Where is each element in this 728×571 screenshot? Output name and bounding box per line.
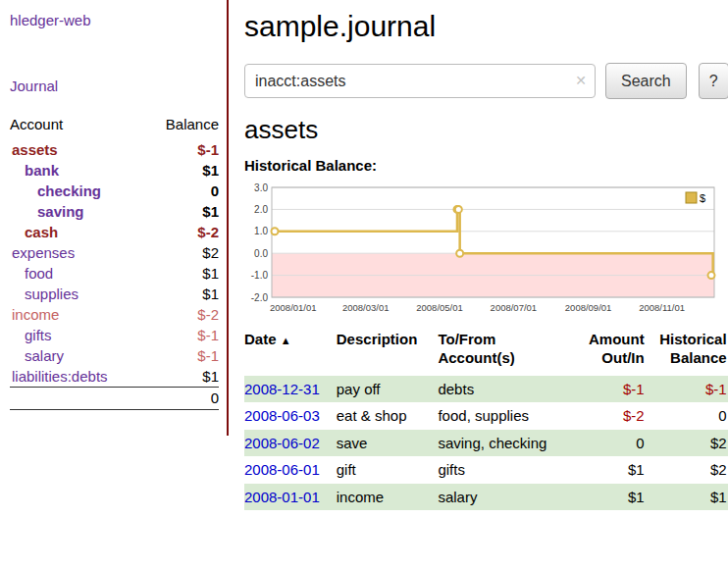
date-link[interactable]: 2008-01-01 [244, 489, 320, 505]
register-row[interactable]: 2008-06-03eat & shopfood, supplies$-20 [244, 402, 728, 430]
account-link[interactable]: assets [12, 141, 58, 158]
register-amount-cell: $1 [574, 484, 647, 511]
sidebar: hledger-web Journal Account Balance asse… [0, 0, 229, 436]
search-button[interactable]: Search [605, 63, 687, 99]
register-row[interactable]: 2008-12-31pay offdebts$-1$-1 [244, 376, 728, 403]
account-name-cell: salary [10, 345, 145, 366]
account-balance: $2 [145, 242, 219, 263]
register-row[interactable]: 2008-06-02savesaving, checking0$2 [244, 430, 728, 457]
accounts-total-row: 0 [10, 388, 219, 410]
historical-balance-column-header: Historical Balance [647, 329, 728, 376]
account-balance: 0 [145, 181, 219, 201]
account-balance: $1 [145, 284, 219, 304]
account-link[interactable]: bank [25, 162, 59, 179]
account-balance: $-2 [145, 304, 219, 325]
account-row: food$1 [10, 263, 219, 284]
clear-search-icon[interactable]: ✕ [575, 73, 587, 88]
register-balance-cell: $1 [647, 484, 728, 511]
account-row: supplies$1 [10, 284, 219, 304]
register-amount-cell: $1 [574, 456, 647, 484]
account-row: income$-2 [10, 304, 219, 325]
account-balance: $-1 [145, 325, 219, 345]
help-button[interactable]: ? [699, 63, 728, 99]
register-date-cell: 2008-06-02 [244, 430, 337, 457]
account-row: salary$-1 [10, 345, 219, 366]
svg-text:3.0: 3.0 [254, 182, 268, 193]
svg-text:1.0: 1.0 [254, 226, 268, 236]
register-balance-cell: $-1 [647, 376, 728, 403]
account-name-cell: saving [10, 201, 145, 222]
account-column-header: Account [10, 114, 145, 139]
register-table: Date ▲ Description To/From Account(s) Am… [244, 329, 728, 510]
account-link[interactable]: saving [37, 203, 84, 220]
amount-column-header: Amount Out/In [574, 329, 647, 376]
svg-text:2008/01/01: 2008/01/01 [270, 302, 317, 313]
register-accounts-cell: gifts [438, 456, 573, 484]
account-row: bank$1 [10, 160, 219, 181]
account-name-cell: expenses [10, 242, 145, 263]
account-name-cell: checking [10, 181, 145, 201]
svg-text:$: $ [700, 192, 705, 204]
description-column-header: Description [337, 329, 439, 376]
account-row: cash$-2 [10, 222, 219, 242]
account-name-cell: assets [10, 139, 145, 160]
account-link[interactable]: income [12, 306, 59, 323]
account-link[interactable]: liabilities:debts [12, 368, 108, 385]
search-input[interactable] [244, 64, 596, 98]
account-balance: $1 [145, 201, 219, 222]
account-balance: $1 [145, 366, 219, 388]
register-description-cell: save [337, 430, 439, 457]
register-description-cell: gift [337, 456, 439, 484]
register-amount-cell: 0 [574, 430, 647, 457]
search-box: ✕ [244, 64, 596, 98]
account-row: liabilities:debts$1 [10, 366, 219, 388]
date-link[interactable]: 2008-06-03 [244, 407, 320, 424]
register-date-cell: 2008-06-01 [244, 456, 337, 484]
accounts-table: Account Balance assets$-1bank$1checking0… [10, 114, 219, 410]
register-date-cell: 2008-01-01 [244, 484, 337, 511]
date-column-header[interactable]: Date ▲ [244, 329, 337, 376]
account-row: saving$1 [10, 201, 219, 222]
register-balance-cell: $2 [647, 456, 728, 484]
date-link[interactable]: 2008-12-31 [244, 381, 320, 397]
svg-text:2008/03/01: 2008/03/01 [342, 302, 390, 313]
account-heading: assets [244, 115, 728, 145]
sort-ascending-icon: ▲ [281, 335, 291, 346]
account-balance: $-1 [145, 139, 219, 160]
account-link[interactable]: supplies [25, 286, 78, 302]
account-link[interactable]: salary [25, 347, 64, 364]
register-row[interactable]: 2008-06-01giftgifts$1$2 [244, 456, 728, 484]
register-balance-cell: $2 [647, 430, 728, 457]
page-title: sample.journal [244, 10, 728, 43]
account-balance: $-1 [145, 345, 219, 366]
register-date-cell: 2008-12-31 [244, 376, 337, 403]
register-accounts-cell: food, supplies [438, 402, 573, 430]
account-link[interactable]: checking [37, 182, 101, 199]
account-name-cell: bank [10, 160, 145, 181]
main-content: sample.journal ✕ Search ? assets Histori… [229, 0, 728, 510]
account-balance: $1 [145, 263, 219, 284]
app-title-link[interactable]: hledger-web [10, 12, 219, 28]
account-link[interactable]: expenses [12, 244, 75, 261]
register-balance-cell: 0 [647, 402, 728, 430]
register-amount-cell: $-2 [574, 402, 647, 430]
date-link[interactable]: 2008-06-01 [244, 461, 320, 478]
svg-text:2.0: 2.0 [254, 204, 268, 215]
search-bar: ✕ Search ? [244, 63, 728, 99]
account-name-cell: supplies [10, 284, 145, 304]
register-amount-cell: $-1 [574, 376, 647, 403]
account-balance: $-2 [145, 222, 219, 242]
account-name-cell: gifts [10, 325, 145, 345]
account-name-cell: income [10, 304, 145, 325]
journal-link[interactable]: Journal [10, 78, 219, 94]
accounts-header-row: Account Balance [10, 114, 219, 139]
register-description-cell: eat & shop [337, 402, 439, 430]
account-link[interactable]: gifts [25, 327, 52, 343]
account-link[interactable]: cash [25, 224, 58, 240]
register-header-row: Date ▲ Description To/From Account(s) Am… [244, 329, 728, 376]
date-link[interactable]: 2008-06-02 [244, 435, 320, 451]
account-link[interactable]: food [25, 265, 53, 282]
register-row[interactable]: 2008-01-01incomesalary$1$1 [244, 484, 728, 511]
account-balance: $1 [145, 160, 219, 181]
accounts-total-spacer [10, 388, 145, 410]
